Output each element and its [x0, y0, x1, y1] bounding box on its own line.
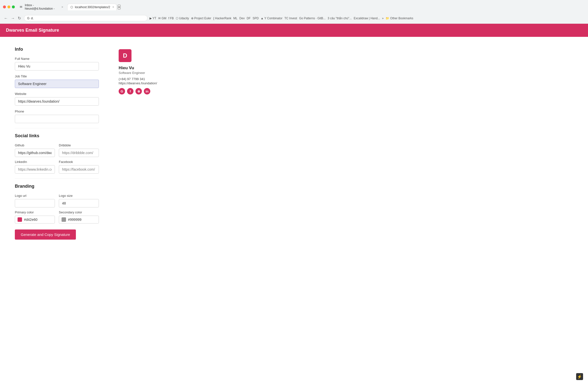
job-title-input[interactable] [15, 80, 99, 88]
browser-addressbar: ← → ↻ G d. ▶ YT ✉ GM f FB ⬡ Udacity ⊕ Pr… [0, 14, 588, 23]
divider-2 [15, 179, 99, 179]
close-window-dot[interactable] [3, 5, 6, 8]
linkedin-label: LinkedIn [15, 160, 55, 164]
bookmark-gopatterns[interactable]: Go Patterns · GitB... [299, 17, 326, 20]
facebook-field-group: Facebook [59, 160, 99, 174]
browser-titlebar: ✉ Inbox - hieuvd@d.foundation - ✕ ⬡ loca… [0, 0, 588, 14]
logo-url-label: Logo url [15, 194, 55, 198]
bookmark-dev[interactable]: Dev [240, 17, 245, 20]
browser-tab-gmail[interactable]: ✉ Inbox - hieuvd@d.foundation - ✕ [17, 2, 66, 12]
browser-window-controls [3, 5, 15, 8]
phone-input[interactable] [15, 115, 99, 123]
minimize-window-dot[interactable] [7, 5, 10, 8]
bookmark-udacity[interactable]: ⬡ Udacity [176, 17, 189, 20]
app-title: Dwarves Email Signature [6, 28, 59, 33]
maximize-window-dot[interactable] [12, 5, 15, 8]
bookmark-excalidraw[interactable]: Excalidraw | Hand... [354, 17, 380, 20]
dribbble-label: Dribbble [59, 143, 99, 147]
github-social-icon: G [119, 88, 125, 94]
phone-field-group: Phone [15, 110, 99, 123]
preview-name: Hieu Vu [119, 66, 157, 70]
bookmark-other[interactable]: 📁 Other Bookmarks [386, 17, 413, 20]
gmail-tab-close[interactable]: ✕ [61, 6, 63, 8]
browser-nav: ← → ↻ [3, 15, 22, 22]
website-label: Website [15, 92, 99, 96]
facebook-label: Facebook [59, 160, 99, 164]
job-title-label: Job Title [15, 74, 99, 78]
full-name-input[interactable] [15, 62, 99, 70]
reload-button[interactable]: ↻ [17, 15, 22, 22]
preview-section: D Hieu Vu Software Engineer (+84) 97 779… [119, 47, 157, 240]
app-header: Dwarves Email Signature [0, 24, 588, 37]
main-content: Info Full Name Job Title Website Phone S… [0, 37, 297, 249]
bookmarks-bar: ▶ YT ✉ GM f FB ⬡ Udacity ⊕ Project Euler… [150, 17, 413, 20]
phone-label: Phone [15, 110, 99, 113]
bookmark-3cau[interactable]: 3 câu "thần chú"... [328, 17, 352, 20]
logo-url-input[interactable] [15, 199, 55, 207]
divider-1 [15, 128, 99, 128]
browser-tabs: ✉ Inbox - hieuvd@d.foundation - ✕ ⬡ loca… [17, 2, 585, 12]
primary-color-field-group: Primary color #d42e60 [15, 210, 55, 224]
bookmark-hackerrank[interactable]: { HackerRank [213, 17, 231, 20]
url-text: d. [31, 16, 34, 20]
bookmark-spd[interactable]: SPD [253, 17, 259, 20]
url-favicon: G [27, 17, 29, 20]
app-tab-label: localhost:3002/templates/2 [75, 5, 110, 9]
preview-logo: D [119, 49, 131, 62]
new-tab-button[interactable]: + [118, 5, 121, 9]
gmail-favicon: ✉ [20, 5, 23, 9]
gmail-tab-label: Inbox - hieuvd@d.foundation - [25, 3, 59, 10]
preview-phone: (+84) 97 7799 341 [119, 77, 157, 81]
linkedin-input[interactable] [15, 165, 55, 174]
secondary-color-value: #999999 [68, 218, 82, 222]
logo-size-input[interactable] [59, 199, 99, 207]
bookmark-gm[interactable]: ✉ GM [158, 17, 166, 20]
job-title-field-group: Job Title [15, 74, 99, 88]
bookmark-fb[interactable]: f FB [168, 17, 174, 20]
primary-color-field[interactable]: #d42e60 [15, 216, 55, 224]
secondary-color-field-group: Secondary color #999999 [59, 210, 99, 224]
logo-size-field-group: Logo size [59, 194, 99, 207]
bookmark-more[interactable]: » [382, 17, 384, 20]
primary-color-value: #d42e60 [24, 218, 38, 222]
browser-chrome: ✉ Inbox - hieuvd@d.foundation - ✕ ⬡ loca… [0, 0, 588, 24]
website-input[interactable] [15, 97, 99, 106]
github-input[interactable] [15, 149, 55, 157]
address-bar[interactable]: G d. [24, 15, 148, 21]
app-favicon: ⬡ [70, 5, 73, 9]
dribbble-input[interactable] [59, 149, 99, 157]
app-tab-close[interactable]: ✕ [112, 6, 114, 8]
secondary-color-swatch [62, 217, 66, 222]
secondary-color-field[interactable]: #999999 [59, 216, 99, 224]
bookmark-ml[interactable]: ML [233, 17, 238, 20]
social-links-grid: Github Dribbble LinkedIn Facebook [15, 143, 99, 174]
browser-tab-app[interactable]: ⬡ localhost:3002/templates/2 ✕ [67, 4, 117, 10]
github-field-group: Github [15, 143, 55, 157]
generate-signature-button[interactable]: Generate and Copy Signature [15, 229, 76, 240]
forward-button[interactable]: → [10, 15, 16, 22]
facebook-social-icon: f [127, 88, 133, 94]
back-button[interactable]: ← [3, 15, 9, 22]
preview-website: https://dwarves.foundation/ [119, 81, 157, 85]
bookmark-tcinvest[interactable]: TC Invest [284, 17, 297, 20]
github-label: Github [15, 143, 55, 147]
linkedin-field-group: LinkedIn [15, 160, 55, 174]
dribbble-field-group: Dribbble [59, 143, 99, 157]
form-section: Info Full Name Job Title Website Phone S… [15, 47, 99, 240]
bookmark-euler[interactable]: ⊕ Project Euler [191, 17, 211, 20]
info-section-title: Info [15, 47, 99, 52]
website-field-group: Website [15, 92, 99, 106]
preview-job-title: Software Engineer [119, 71, 157, 75]
preview-socials: G f ⊕ in [119, 88, 157, 94]
secondary-color-label: Secondary color [59, 210, 99, 214]
logo-url-field-group: Logo url [15, 194, 55, 207]
social-links-title: Social links [15, 133, 99, 138]
facebook-input[interactable] [59, 165, 99, 174]
bookmark-ycombinator[interactable]: ▲ Y Combinator [261, 17, 283, 20]
primary-color-label: Primary color [15, 210, 55, 214]
linkedin-social-icon: in [144, 88, 150, 94]
full-name-label: Full Name [15, 57, 99, 61]
primary-color-swatch [18, 217, 22, 222]
bookmark-yt[interactable]: ▶ YT [150, 17, 156, 20]
bookmark-df[interactable]: DF [247, 17, 251, 20]
